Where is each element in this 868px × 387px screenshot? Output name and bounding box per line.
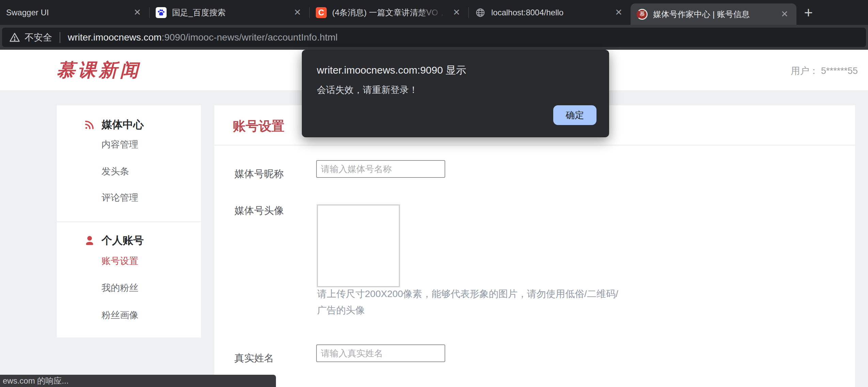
close-icon[interactable]: ✕ [131,7,143,18]
security-label[interactable]: 不安全 [25,31,52,44]
avatar-hint-text: 请上传尺寸200X200像素，能够代表形象的图片，请勿使用低俗/二维码/广告的头… [317,286,627,319]
tab-title: 国足_百度搜索 [172,7,287,18]
sidebar-item-publish-headline[interactable]: 发头条 [102,165,129,177]
tab-title: localhost:8004/hello [491,8,608,17]
page-title: 账号设置 [233,118,284,135]
avatar-label: 媒体号头像 [234,204,284,218]
realname-input[interactable] [316,344,445,362]
browser-toolbar: 不安全 writer.imoocnews.com:9090/imooc-news… [0,25,868,50]
new-tab-button[interactable]: + [796,0,820,25]
sidebar-item-content-management[interactable]: 内容管理 [102,138,138,151]
globe-icon [475,7,486,18]
close-icon[interactable]: ✕ [779,9,790,19]
sidebar-item-account-settings[interactable]: 账号设置 [102,255,138,267]
tab-bar: Swagger UI ✕ 国足_百度搜索 ✕ C (4条消息) 一篇文章讲清楚V… [0,0,868,25]
tab-baidu-search[interactable]: 国足_百度搜索 ✕ [150,0,309,25]
warning-icon [9,32,20,43]
main-panel: 账号设置 媒体号昵称 媒体号头像 请上传尺寸200X200像素，能够代表形象的图… [214,105,855,387]
browser-window: Swagger UI ✕ 国足_百度搜索 ✕ C (4条消息) 一篇文章讲清楚V… [0,0,868,387]
close-icon[interactable]: ✕ [613,7,624,18]
tab-writer-center-active[interactable]: 慕 媒体号作家中心 | 账号信息 ✕ [631,3,796,25]
browser-status-bubble: ews.com 的响应... [0,375,276,387]
realname-label: 真实姓名 [234,352,274,365]
user-icon [83,234,96,247]
sidebar-item-comment-management[interactable]: 评论管理 [102,191,138,204]
tab-localhost[interactable]: localhost:8004/hello ✕ [469,0,631,25]
baidu-paw-icon [156,7,167,18]
nickname-label: 媒体号昵称 [234,167,284,181]
tab-title: (4条消息) 一篇文章讲清楚VO，B [332,7,446,18]
title-divider [214,145,855,145]
sidebar-section-media-center[interactable]: 媒体中心 [102,118,144,132]
dialog-confirm-button[interactable]: 确定 [553,105,596,125]
user-info-label: 用户： 5******55 [791,65,858,77]
url-path: :9090/imooc-news/writer/accountInfo.html [161,32,338,43]
js-alert-dialog: writer.imoocnews.com:9090 显示 会话失效，请重新登录！… [302,50,609,137]
tab-swagger[interactable]: Swagger UI ✕ [0,0,149,25]
close-icon[interactable]: ✕ [451,7,462,18]
avatar-upload-box[interactable] [317,205,400,287]
sidebar: 媒体中心 内容管理 发头条 评论管理 个人账号 账号设置 我的粉丝 粉丝画像 [57,105,201,338]
address-bar[interactable]: 不安全 writer.imoocnews.com:9090/imooc-news… [2,28,866,47]
rss-icon [83,119,96,131]
url-host: writer.imoocnews.com [68,32,161,43]
tab-title: Swagger UI [6,8,127,17]
sidebar-divider [57,221,201,222]
sidebar-section-title: 媒体中心 [102,118,144,132]
imooc-logo-icon: 慕 [637,9,648,20]
sidebar-item-my-fans[interactable]: 我的粉丝 [102,282,138,294]
csdn-icon: C [316,7,327,18]
site-logo[interactable]: 慕课新闻 [57,58,141,83]
dialog-message: 会话失效，请重新登录！ [317,84,418,96]
address-separator [60,32,60,43]
sidebar-section-title: 个人账号 [102,233,144,248]
sidebar-section-personal-account[interactable]: 个人账号 [102,233,144,248]
dialog-title: writer.imoocnews.com:9090 显示 [317,63,466,77]
sidebar-item-fan-profile[interactable]: 粉丝画像 [102,309,138,321]
url-text[interactable]: writer.imoocnews.com:9090/imooc-news/wri… [68,32,338,43]
tab-csdn-article[interactable]: C (4条消息) 一篇文章讲清楚VO，B ✕ [310,0,468,25]
close-icon[interactable]: ✕ [292,7,303,18]
tab-title: 媒体号作家中心 | 账号信息 [653,9,774,20]
status-text: ews.com 的响应... [3,375,68,386]
nickname-input[interactable] [316,160,445,178]
